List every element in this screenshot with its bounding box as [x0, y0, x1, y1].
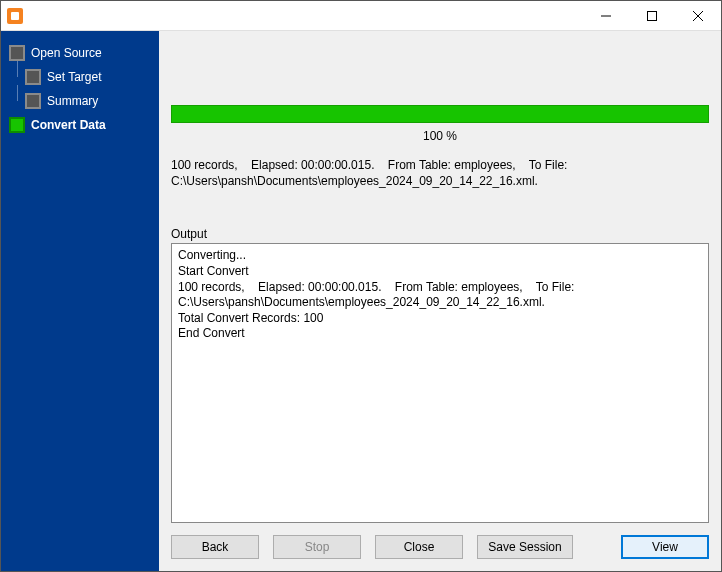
output-label: Output — [171, 227, 709, 241]
window-body: Open Source Set Target Summary Convert D… — [1, 31, 721, 571]
maximize-icon — [647, 11, 657, 21]
close-window-button[interactable] — [675, 1, 721, 30]
app-window: Open Source Set Target Summary Convert D… — [0, 0, 722, 572]
step-open-source[interactable]: Open Source — [1, 41, 159, 65]
output-textarea[interactable] — [171, 243, 709, 523]
main-panel: 100 % 100 records, Elapsed: 00:00:00.015… — [159, 31, 721, 571]
minimize-button[interactable] — [583, 1, 629, 30]
step-set-target[interactable]: Set Target — [1, 65, 159, 89]
progress-section: 100 % 100 records, Elapsed: 00:00:00.015… — [171, 41, 709, 189]
step-box-icon — [25, 69, 41, 85]
progress-area: 100 % — [171, 105, 709, 143]
output-section: Output — [171, 227, 709, 523]
step-label: Convert Data — [31, 118, 106, 132]
titlebar-left — [1, 8, 23, 24]
step-box-icon — [9, 117, 25, 133]
back-button[interactable]: Back — [171, 535, 259, 559]
save-session-button[interactable]: Save Session — [477, 535, 573, 559]
step-box-icon — [25, 93, 41, 109]
progress-percent-label: 100 % — [171, 129, 709, 143]
step-summary[interactable]: Summary — [1, 89, 159, 113]
close-button[interactable]: Close — [375, 535, 463, 559]
wizard-sidebar: Open Source Set Target Summary Convert D… — [1, 31, 159, 571]
maximize-button[interactable] — [629, 1, 675, 30]
step-label: Set Target — [47, 70, 101, 84]
svg-rect-1 — [648, 11, 657, 20]
window-controls — [583, 1, 721, 30]
button-row: Back Stop Close Save Session View — [171, 523, 709, 561]
view-button[interactable]: View — [621, 535, 709, 559]
step-label: Summary — [47, 94, 98, 108]
titlebar — [1, 1, 721, 31]
close-icon — [693, 11, 703, 21]
progress-status-text: 100 records, Elapsed: 00:00:00.015. From… — [171, 157, 709, 189]
step-label: Open Source — [31, 46, 102, 60]
button-spacer — [587, 535, 607, 559]
step-convert-data[interactable]: Convert Data — [1, 113, 159, 137]
minimize-icon — [601, 11, 611, 21]
stop-button: Stop — [273, 535, 361, 559]
step-box-icon — [9, 45, 25, 61]
progress-bar — [171, 105, 709, 123]
app-icon — [7, 8, 23, 24]
